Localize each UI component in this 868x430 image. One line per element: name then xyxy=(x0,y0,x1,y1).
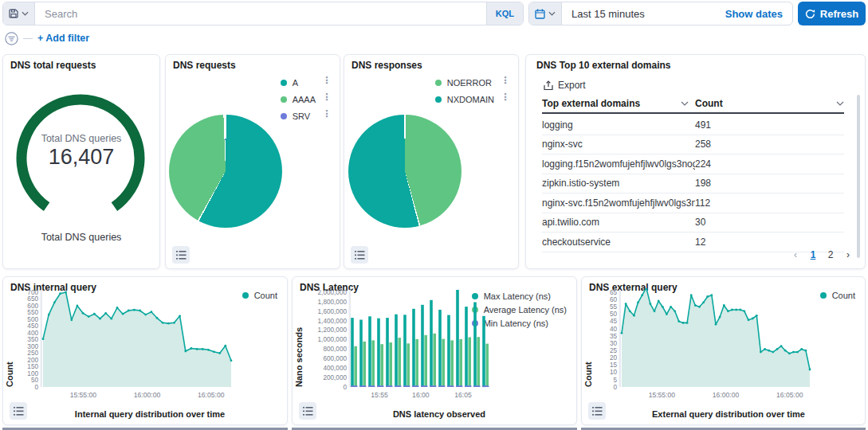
domain-cell: logging.f15n2womfujehfjlwv0lgs3nog.... xyxy=(542,158,695,170)
legend-label: NXDOMAIN xyxy=(447,95,494,104)
legend-item-nxdomain[interactable]: NXDOMAIN⋮ xyxy=(435,91,512,108)
column-label: Top external domains xyxy=(542,98,640,109)
svg-text:10: 10 xyxy=(610,369,618,376)
pagination-next-button[interactable]: › xyxy=(841,248,855,262)
legend-item-menu-icon[interactable]: ⋮ xyxy=(322,76,332,85)
svg-text:800,000: 800,000 xyxy=(323,346,347,353)
legend-swatch xyxy=(281,80,287,86)
filter-divider xyxy=(23,38,33,39)
panel-dns-internal-query: DNS internal query Count Count 050100150… xyxy=(2,276,288,425)
gauge-center-label: Total DNS queries xyxy=(3,133,159,144)
legend-item-noerror[interactable]: NOERROR⋮ xyxy=(435,74,512,91)
column-label: Count xyxy=(695,98,723,109)
svg-text:500: 500 xyxy=(27,316,38,323)
legend-swatch xyxy=(435,96,442,103)
pagination-page-1[interactable]: 1 xyxy=(806,248,820,262)
table-body: logging491nginx-svc258logging.f15n2womfu… xyxy=(542,115,844,252)
table-row[interactable]: logging.f15n2womfujehfjlwv0lgs3nog....22… xyxy=(542,154,844,174)
table-row[interactable]: zipkin.istio-system198 xyxy=(542,174,844,194)
table-scrollbar[interactable] xyxy=(857,95,860,258)
legend-item-menu-icon[interactable]: ⋮ xyxy=(322,92,332,102)
date-quick-menu-button[interactable] xyxy=(529,2,562,25)
saved-queries-button[interactable] xyxy=(3,2,35,25)
sort-chevron-icon xyxy=(681,101,689,106)
domain-cell: logging xyxy=(542,119,695,131)
svg-text:400,000: 400,000 xyxy=(323,365,347,372)
legend-item-menu-icon[interactable]: ⋮ xyxy=(501,76,510,85)
table-row[interactable]: logging491 xyxy=(542,115,844,135)
legend-item-menu-icon[interactable]: ⋮ xyxy=(322,109,332,119)
domain-cell: checkoutservice xyxy=(542,236,695,248)
date-picker: Last 15 minutes Show dates xyxy=(528,2,793,25)
gauge-value: 16,407 xyxy=(3,145,159,170)
pagination-page-2[interactable]: 2 xyxy=(823,248,838,262)
export-button[interactable]: Export xyxy=(544,80,586,91)
y-axis-line xyxy=(349,290,352,387)
panel-dns-latency: DNS Latency Max Latency (ns)Average Late… xyxy=(292,276,577,425)
svg-text:15:55: 15:55 xyxy=(371,391,388,399)
y-axis-ticks: 0501001502002503003504004505005506006507… xyxy=(27,289,38,391)
legend-toggle-button[interactable] xyxy=(172,246,190,264)
svg-text:600: 600 xyxy=(27,303,38,310)
internal-query-area-chart[interactable]: 0501001502002503003504004505005506006507… xyxy=(16,288,284,408)
legend-item-a[interactable]: A⋮ xyxy=(281,74,333,91)
kql-selector[interactable]: KQL xyxy=(486,2,523,25)
search-bar: KQL xyxy=(2,2,524,25)
table-row[interactable]: nginx-svc258 xyxy=(542,135,844,155)
x-axis-ticks: 15:5516:0016:05 xyxy=(371,391,472,399)
svg-text:55: 55 xyxy=(610,303,618,311)
legend-toggle-button[interactable] xyxy=(299,402,316,420)
column-header-domains[interactable]: Top external domains xyxy=(542,98,695,109)
time-range-label[interactable]: Last 15 minutes xyxy=(562,2,654,25)
legend-toggle-button[interactable] xyxy=(588,402,606,420)
y-axis-title: Count xyxy=(5,288,14,387)
svg-text:15: 15 xyxy=(610,362,618,369)
legend-item-srv[interactable]: SRV⋮ xyxy=(281,108,333,124)
count-cell: 112 xyxy=(695,197,844,209)
column-header-count[interactable]: Count xyxy=(695,98,844,109)
svg-text:40: 40 xyxy=(610,326,618,333)
show-dates-button[interactable]: Show dates xyxy=(716,2,792,25)
dns-responses-pie-chart[interactable] xyxy=(348,115,461,228)
svg-text:60: 60 xyxy=(610,296,618,303)
x-axis-title: External query distribution over time xyxy=(595,409,862,419)
table-row[interactable]: nginx-svc.f15n2womfujehfjlwv0lgs3no...11… xyxy=(542,194,844,213)
x-axis-title: DNS latency observed xyxy=(305,409,573,419)
count-cell: 30 xyxy=(695,217,844,228)
y-axis-line xyxy=(619,290,622,387)
svg-text:0: 0 xyxy=(343,384,347,391)
list-icon xyxy=(176,251,187,260)
search-input[interactable] xyxy=(35,2,486,25)
list-icon xyxy=(303,407,313,416)
panel-title: DNS responses xyxy=(352,60,422,71)
svg-text:50: 50 xyxy=(610,311,618,318)
panel-dns-external-query: DNS external query Count Count 051015202… xyxy=(581,276,866,425)
svg-text:50: 50 xyxy=(31,377,39,384)
legend-item-aaaa[interactable]: AAAA⋮ xyxy=(281,91,333,108)
area-fill xyxy=(43,292,231,387)
refresh-button[interactable]: Refresh xyxy=(798,2,866,25)
table-row[interactable]: api.twilio.com30 xyxy=(542,213,844,233)
panel-title: DNS total requests xyxy=(10,60,96,71)
x-axis-title: Internal query distribution over time xyxy=(16,409,284,419)
latency-bar-chart[interactable]: 0200,000400,000600,000800,0001,000,0001,… xyxy=(305,288,573,408)
legend-item-menu-icon[interactable]: ⋮ xyxy=(501,92,510,102)
legend-label: SRV xyxy=(293,111,310,121)
add-filter-button[interactable]: + Add filter xyxy=(37,33,89,44)
svg-text:300: 300 xyxy=(27,343,38,350)
legend-toggle-button[interactable] xyxy=(10,402,27,420)
legend-toggle-button[interactable] xyxy=(351,246,368,264)
y-axis-title: Nano seconds xyxy=(294,288,304,387)
filter-icon[interactable] xyxy=(5,32,18,45)
svg-text:30: 30 xyxy=(610,340,618,347)
svg-text:200: 200 xyxy=(27,357,38,364)
pagination-prev-button[interactable]: ‹ xyxy=(788,248,803,262)
x-axis-ticks: 15:55:0016:00:0016:05:00 xyxy=(649,391,803,399)
chevron-down-icon xyxy=(22,11,29,16)
table-header: Top external domains Count xyxy=(542,95,844,114)
svg-text:450: 450 xyxy=(27,322,38,330)
external-query-area-chart[interactable]: 0510152025303540455055606515:55:0016:00:… xyxy=(595,288,862,408)
dns-requests-pie-chart[interactable] xyxy=(169,115,282,228)
svg-text:650: 650 xyxy=(27,295,38,303)
domain-cell: zipkin.istio-system xyxy=(542,178,695,189)
